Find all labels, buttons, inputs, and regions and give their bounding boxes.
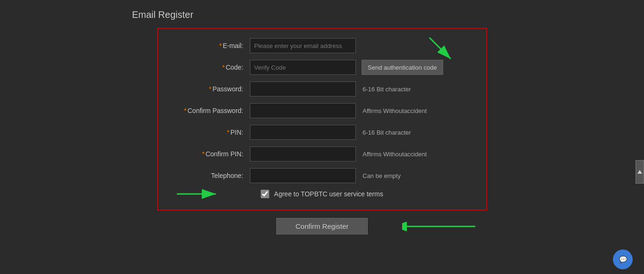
agree-label: Agree to TOPBTC user service terms (274, 190, 383, 198)
pin-input[interactable] (250, 125, 356, 140)
code-required-star: * (222, 64, 224, 71)
chat-icon: 💬 (618, 254, 628, 265)
confirm-pin-row: *Confirm PIN: Affirms Withoutaccident (172, 146, 472, 161)
confirm-password-input[interactable] (250, 103, 356, 118)
email-input[interactable] (250, 38, 356, 53)
password-input[interactable] (250, 81, 356, 97)
pin-hint: 6-16 Bit character (363, 129, 411, 136)
confirm-btn-row: Confirm Register (157, 218, 487, 234)
pin-row: *PIN: 6-16 Bit character (172, 125, 472, 140)
form-card: *E-mail: *Code: Send authentication code (157, 28, 487, 210)
confirm-pin-label: *Confirm PIN: (172, 150, 250, 158)
page-container: Email Register *E-mail: *Code: Send auth… (0, 0, 644, 234)
confirm-pin-required-star: * (202, 150, 204, 158)
confirm-pin-input[interactable] (250, 146, 356, 161)
code-row: *Code: Send authentication code (172, 60, 472, 75)
svg-text:💬: 💬 (619, 256, 627, 264)
telephone-hint: Can be empty (363, 172, 401, 179)
agree-row: Agree to TOPBTC user service terms (172, 190, 472, 198)
scroll-to-top-button[interactable] (636, 160, 644, 184)
email-required-star: * (219, 42, 222, 49)
confirm-password-required-star: * (184, 107, 186, 114)
code-label: *Code: (172, 64, 250, 71)
chat-support-button[interactable]: 💬 (613, 250, 633, 269)
telephone-input[interactable] (250, 168, 356, 183)
arrow-up-icon (637, 169, 643, 175)
checkbox-arrow-icon (174, 188, 222, 200)
telephone-label: Telephone: (172, 172, 250, 179)
password-required-star: * (209, 85, 211, 93)
confirm-register-button[interactable]: Confirm Register (276, 218, 368, 234)
email-row: *E-mail: (172, 38, 472, 53)
svg-marker-6 (637, 170, 642, 174)
confirm-password-label: *Confirm Password: (172, 107, 250, 114)
page-title: Email Register (132, 9, 193, 20)
telephone-row: Telephone: Can be empty (172, 168, 472, 183)
send-code-button[interactable]: Send authentication code (362, 60, 443, 75)
pin-required-star: * (227, 129, 229, 136)
password-hint: 6-16 Bit character (363, 86, 411, 93)
password-row: *Password: 6-16 Bit character (172, 81, 472, 97)
agree-checkbox[interactable] (261, 190, 269, 198)
confirm-arrow-icon (402, 221, 478, 232)
code-input[interactable] (250, 60, 356, 75)
confirm-password-hint: Affirms Withoutaccident (363, 107, 427, 114)
confirm-pin-hint: Affirms Withoutaccident (363, 151, 427, 158)
pin-label: *PIN: (172, 129, 250, 136)
confirm-password-row: *Confirm Password: Affirms Withoutaccide… (172, 103, 472, 118)
email-label: *E-mail: (172, 42, 250, 49)
password-label: *Password: (172, 85, 250, 93)
